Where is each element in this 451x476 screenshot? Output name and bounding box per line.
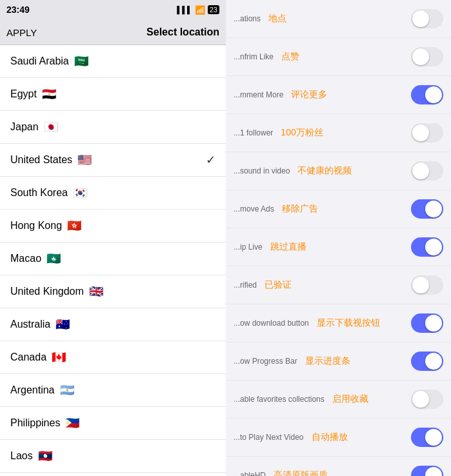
location-item[interactable]: Saudi Arabia 🇸🇦 xyxy=(0,45,226,78)
location-left: South Korea 🇰🇷 xyxy=(10,186,87,200)
right-panel: ...ations 地点 ...nfrim Like 点赞 ...mment M… xyxy=(226,0,451,476)
toggle-download-btn[interactable] xyxy=(411,313,443,333)
settings-text-row: ...mment More 评论更多 xyxy=(234,89,327,101)
location-name: Egypt xyxy=(10,88,37,100)
toggle-progress-bar[interactable] xyxy=(411,352,443,371)
settings-item-auto-play: ...to Play Next Video 自动播放 xyxy=(226,419,451,457)
flag-icon: 🇺🇸 xyxy=(77,153,92,167)
settings-item-download-btn: ...ow download button 显示下载视按钮 xyxy=(226,304,451,342)
location-left: Philippines 🇵🇭 xyxy=(10,416,79,430)
settings-text-row: ...to Play Next Video 自动播放 xyxy=(234,431,348,443)
settings-text-en: ...ableHD xyxy=(234,471,271,476)
location-item[interactable]: Macao 🇲🇴 xyxy=(0,243,226,275)
settings-text-row: ...1 follower 100万粉丝 xyxy=(234,127,323,139)
location-left: United Kingdom 🇬🇧 xyxy=(10,284,103,299)
toggle-sound-video[interactable] xyxy=(411,161,443,181)
settings-text-row: ...rified 已验证 xyxy=(234,279,292,291)
flag-icon: 🇬🇧 xyxy=(89,284,103,299)
settings-text-en: ...able favorites collections xyxy=(234,395,330,404)
toggle-locations[interactable] xyxy=(411,9,443,28)
location-name: Australia xyxy=(10,319,50,330)
location-left: Egypt 🇪🇬 xyxy=(10,87,56,101)
apply-button[interactable]: APPLY xyxy=(6,27,37,38)
toggle-auto-play[interactable] xyxy=(411,428,443,447)
settings-item-verified: ...rified 已验证 xyxy=(226,266,451,304)
location-item[interactable]: Hong Kong 🇭🇰 xyxy=(0,210,226,243)
flag-icon: 🇸🇦 xyxy=(74,54,88,68)
settings-text-row: ...nfrim Like 点赞 xyxy=(234,51,299,63)
flag-icon: 🇪🇬 xyxy=(42,87,56,101)
location-left: Saudi Arabia 🇸🇦 xyxy=(10,54,88,68)
battery-level: 23 xyxy=(208,5,219,14)
toggle-verified[interactable] xyxy=(411,275,443,295)
settings-item-like: ...nfrim Like 点赞 xyxy=(226,38,451,76)
settings-text-row: ...ableHD 高清原版画质 xyxy=(234,470,328,476)
settings-text-en: ...ip Live xyxy=(234,243,268,252)
flag-icon: 🇯🇵 xyxy=(44,120,58,134)
settings-text-en: ...rified xyxy=(234,281,262,290)
settings-text-cn: 显示进度条 xyxy=(305,355,350,367)
settings-text-cn: 自动播放 xyxy=(312,431,348,443)
settings-text-en: ...nfrim Like xyxy=(234,52,279,61)
settings-text-en: ...to Play Next Video xyxy=(234,433,309,442)
settings-item-skip-live: ...ip Live 跳过直播 xyxy=(226,228,451,266)
location-list: Saudi Arabia 🇸🇦 Egypt 🇪🇬 Japan 🇯🇵 United… xyxy=(0,45,226,476)
settings-text-en: ...ow download button xyxy=(234,319,314,328)
location-name: United Kingdom xyxy=(10,286,84,297)
location-item[interactable]: Argentina 🇦🇷 xyxy=(0,374,226,407)
toggle-favorites[interactable] xyxy=(411,390,443,409)
location-left: Argentina 🇦🇷 xyxy=(10,383,74,397)
location-item[interactable]: United Kingdom 🇬🇧 xyxy=(0,275,226,308)
settings-item-remove-ads: ...move Ads 移除广告 xyxy=(226,190,451,228)
settings-text-row: ...ow download button 显示下载视按钮 xyxy=(234,317,380,329)
toggle-skip-live[interactable] xyxy=(411,237,443,257)
flag-icon: 🇲🇴 xyxy=(46,252,61,266)
location-left: Japan 🇯🇵 xyxy=(10,120,58,134)
settings-text-cn: 点赞 xyxy=(281,51,299,63)
toggle-comment-more[interactable] xyxy=(411,85,443,104)
checkmark-icon: ✓ xyxy=(206,153,215,167)
location-item[interactable]: Canada 🇨🇦 xyxy=(0,341,226,374)
location-item[interactable]: Japan 🇯🇵 xyxy=(0,111,226,144)
flag-icon: 🇨🇦 xyxy=(52,350,66,364)
settings-text-en: ...sound in video xyxy=(234,166,295,175)
settings-text-row: ...move Ads 移除广告 xyxy=(234,203,318,215)
header-title: Select location xyxy=(146,26,219,38)
location-item[interactable]: Malaysia 🇲🇾 xyxy=(0,473,226,476)
settings-item-progress-bar: ...ow Progress Bar 显示进度条 xyxy=(226,342,451,381)
location-item[interactable]: Egypt 🇪🇬 xyxy=(0,78,226,111)
location-name: Saudi Arabia xyxy=(10,55,69,67)
location-name: Macao xyxy=(10,253,41,264)
location-left: United States 🇺🇸 xyxy=(10,153,92,167)
settings-item-comment-more: ...mment More 评论更多 xyxy=(226,76,451,114)
settings-text-cn: 100万粉丝 xyxy=(281,127,323,139)
location-item[interactable]: Australia 🇦🇺 xyxy=(0,308,226,341)
location-name: Japan xyxy=(10,121,39,133)
toggle-remove-ads[interactable] xyxy=(411,199,443,219)
settings-item-locations: ...ations 地点 xyxy=(226,0,451,38)
settings-text-row: ...ations 地点 xyxy=(234,13,286,25)
settings-item-hd: ...ableHD 高清原版画质 xyxy=(226,457,451,476)
toggle-hd[interactable] xyxy=(411,466,443,476)
location-left: Australia 🇦🇺 xyxy=(10,317,70,332)
settings-text-en: ...move Ads xyxy=(234,204,279,213)
toggle-like[interactable] xyxy=(411,47,443,66)
settings-text-cn: 已验证 xyxy=(265,279,292,291)
settings-text-cn: 评论更多 xyxy=(291,89,327,101)
settings-text-cn: 高清原版画质 xyxy=(274,470,328,476)
location-name: Canada xyxy=(10,352,46,363)
settings-text-row: ...sound in video 不健康的视频 xyxy=(234,165,352,177)
location-item[interactable]: South Korea 🇰🇷 xyxy=(0,177,226,210)
toggle-followers[interactable] xyxy=(411,123,443,143)
flag-icon: 🇦🇺 xyxy=(55,317,70,332)
location-item[interactable]: United States 🇺🇸 ✓ xyxy=(0,144,226,177)
settings-item-followers: ...1 follower 100万粉丝 xyxy=(226,114,451,152)
location-item[interactable]: Philippines 🇵🇭 xyxy=(0,407,226,440)
settings-text-en: ...mment More xyxy=(234,90,288,99)
settings-text-cn: 显示下载视按钮 xyxy=(317,317,380,329)
location-left: Laos 🇱🇦 xyxy=(10,449,52,463)
flag-icon: 🇱🇦 xyxy=(38,449,52,463)
flag-icon: 🇭🇰 xyxy=(67,219,81,233)
location-item[interactable]: Laos 🇱🇦 xyxy=(0,440,226,473)
signal-icon: ▌▌▌ xyxy=(177,6,192,14)
